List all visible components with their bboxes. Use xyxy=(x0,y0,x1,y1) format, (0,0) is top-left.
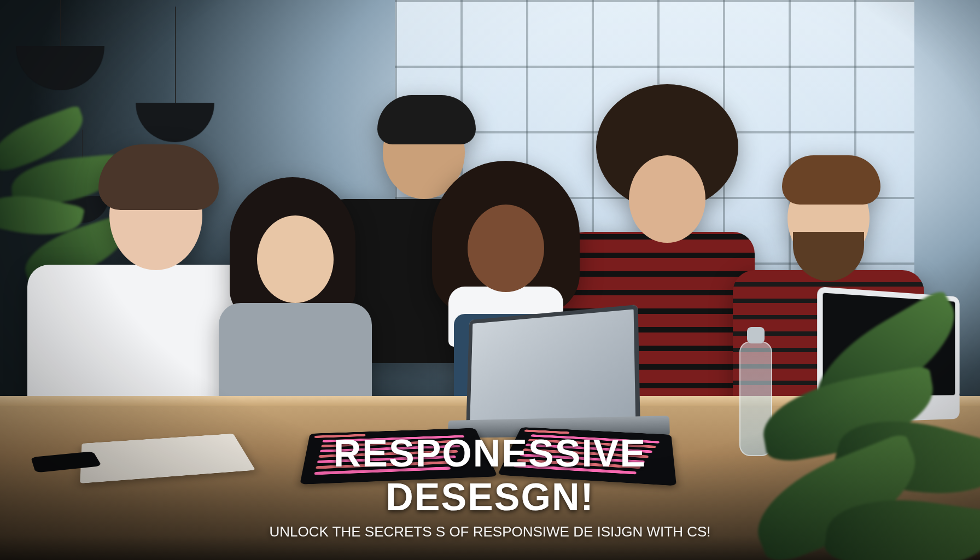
caption-title: RESPONESSIVE DESESGN! xyxy=(245,431,735,519)
scene-photo: RESPONESSIVE DESESGN! UNLOCK THE SECRETS… xyxy=(0,0,980,560)
pendant-lamp xyxy=(16,36,104,95)
plant-right xyxy=(728,292,980,560)
caption: RESPONESSIVE DESESGN! UNLOCK THE SECRETS… xyxy=(245,431,735,540)
person-glasses-grey-tee xyxy=(208,177,372,412)
caption-subtitle: UNLOCK THE SECRETS S OF RESPONSIWE DE IS… xyxy=(245,523,735,540)
